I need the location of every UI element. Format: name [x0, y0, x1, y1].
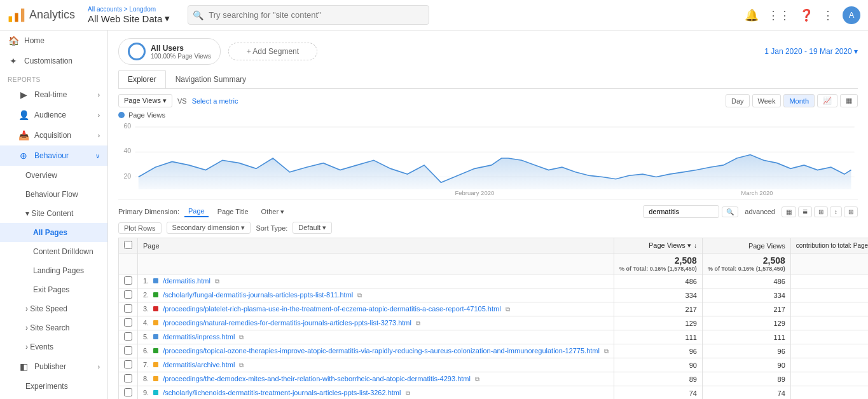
sidebar-item-publisher[interactable]: ◧ Publisher › [0, 356, 107, 377]
row-page-cell: 5. /dermatitis/inpress.html ⧉ [138, 330, 614, 344]
sidebar-item-landing-pages[interactable]: Landing Pages [0, 261, 107, 280]
page-link[interactable]: /proceedings/topical-ozone-therapies-imp… [163, 347, 600, 355]
page-link[interactable]: /proceedings/the-demodex-mites-and-their… [163, 375, 471, 382]
page-link[interactable]: /scholarly/lichenoids-dermatitis-treatme… [163, 389, 401, 396]
row-checkbox[interactable] [119, 288, 138, 302]
pivot-view-button[interactable]: ⊞ [814, 206, 828, 217]
sidebar-item-audience[interactable]: 👤 Audience › [0, 105, 107, 125]
row-checkbox[interactable] [119, 386, 138, 400]
sidebar-item-experiments[interactable]: Experiments [0, 377, 107, 396]
page-external-icon[interactable]: ⧉ [357, 292, 362, 299]
breadcrumb[interactable]: All accounts > Longdom [88, 6, 170, 13]
sort-type-label: Sort Type: [256, 224, 287, 232]
page-link[interactable]: /proceedings/platelet-rich-plasma-use-in… [163, 305, 500, 313]
dim-page-button[interactable]: Page [184, 206, 209, 217]
page-external-icon[interactable]: ⧉ [475, 375, 479, 382]
tab-navigation-summary[interactable]: Navigation Summary [166, 70, 256, 88]
avatar[interactable]: A [843, 6, 860, 24]
sidebar-label-acquisition: Acquisition [34, 131, 71, 140]
apps-icon[interactable]: ⋮⋮ [768, 8, 790, 22]
tab-explorer[interactable]: Explorer [118, 70, 166, 88]
segment-circle [128, 43, 146, 60]
dim-page-title-button[interactable]: Page Title [214, 206, 252, 217]
page-external-icon[interactable]: ⧉ [239, 334, 244, 341]
date-range-picker[interactable]: 1 Jan 2020 - 19 Mar 2020 ▾ [764, 47, 858, 56]
day-button[interactable]: Day [726, 94, 750, 107]
sidebar-item-all-pages[interactable]: All Pages [0, 223, 107, 242]
sidebar-item-behaviour-flow[interactable]: Behaviour Flow [0, 185, 107, 204]
row-checkbox[interactable] [119, 330, 138, 344]
row-pv2: 74 [702, 386, 790, 400]
sort-default-button[interactable]: Default ▾ [293, 222, 332, 234]
bar-chart-icon[interactable]: ▦ [840, 94, 858, 107]
list-view-button[interactable]: ≣ [798, 206, 812, 217]
more-view-button[interactable]: ⊞ [844, 206, 858, 217]
row-checkbox[interactable] [119, 316, 138, 330]
row-checkbox[interactable] [119, 344, 138, 358]
header-checkbox[interactable] [119, 238, 138, 254]
week-button[interactable]: Week [752, 94, 782, 107]
header-page[interactable]: Page [138, 238, 614, 254]
page-external-icon[interactable]: ⧉ [215, 278, 219, 285]
search-input[interactable] [188, 5, 429, 25]
sidebar-item-customisation[interactable]: ✦ Customisation [0, 51, 107, 71]
sidebar-item-acquisition[interactable]: 📥 Acquisition › [0, 125, 107, 145]
page-external-icon[interactable]: ⧉ [506, 306, 510, 313]
sidebar-label-experiments: Experiments [25, 382, 68, 391]
page-link[interactable]: /scholarly/fungal-dermatitis-journals-ar… [163, 291, 353, 299]
add-segment-button[interactable]: + Add Segment [228, 43, 317, 60]
row-checkbox[interactable] [119, 372, 138, 386]
sort-view-button[interactable]: ↕ [830, 206, 842, 217]
advanced-filter-button[interactable]: advanced [741, 206, 779, 217]
data-table: Page Page Views ▾ ↓ Page Views [118, 238, 868, 399]
page-link[interactable]: /proceedings/natural-remedies-for-dermat… [163, 319, 411, 327]
page-external-icon[interactable]: ⧉ [239, 362, 244, 369]
grid-view-button[interactable]: ▦ [782, 206, 796, 217]
page-link[interactable]: /dermatitis/inpress.html [163, 333, 235, 341]
secondary-dimension-button[interactable]: Secondary dimension ▾ [167, 222, 251, 234]
table-row: 1. /dermatitis.html ⧉ 486 486 19.38% [119, 274, 869, 288]
behaviour-icon: ⊕ [18, 151, 29, 161]
site-title[interactable]: All Web Site Data ▾ [88, 13, 170, 24]
month-button[interactable]: Month [783, 94, 815, 107]
page-views-metric-button[interactable]: Page Views ▾ [118, 94, 172, 107]
segment-all-users[interactable]: All Users 100.00% Page Views [118, 38, 221, 65]
sidebar-label-overview: Overview [25, 171, 57, 180]
page-link[interactable]: /dermatitis.html [163, 277, 210, 285]
sidebar-item-site-content[interactable]: ▾ Site Content [0, 204, 107, 223]
audience-icon: 👤 [18, 110, 29, 120]
sidebar-item-home[interactable]: 🏠 Home [0, 30, 107, 51]
sidebar-item-content-drilldown[interactable]: Content Drilldown [0, 242, 107, 261]
page-external-icon[interactable]: ⧉ [416, 320, 420, 327]
sidebar-item-realtime[interactable]: ▶ Real-time › [0, 85, 107, 105]
page-link[interactable]: /dermatitis/archive.html [163, 361, 235, 369]
sidebar-item-overview[interactable]: Overview [0, 166, 107, 185]
row-checkbox[interactable] [119, 302, 138, 316]
svg-text:40: 40 [123, 147, 131, 154]
sidebar-item-site-speed[interactable]: › Site Speed [0, 299, 107, 318]
header-icons: 🔔 ⋮⋮ ❓ ⋮ A [745, 6, 860, 24]
more-icon[interactable]: ⋮ [822, 8, 834, 22]
page-external-icon[interactable]: ⧉ [604, 348, 609, 355]
table-search-input[interactable] [643, 205, 719, 218]
row-checkbox[interactable] [119, 358, 138, 372]
line-chart-icon[interactable]: 📈 [817, 94, 837, 107]
select-metric-button[interactable]: Select a metric [192, 97, 238, 105]
notification-icon[interactable]: 🔔 [745, 8, 759, 22]
sidebar-item-behaviour[interactable]: ⊕ Behaviour ∨ [0, 145, 107, 166]
plot-rows-button[interactable]: Plot Rows [118, 222, 162, 234]
help-icon[interactable]: ❓ [799, 8, 813, 22]
dim-other-button[interactable]: Other ▾ [258, 206, 289, 217]
sidebar-item-events[interactable]: › Events [0, 337, 107, 356]
sidebar-item-site-search[interactable]: › Site Search [0, 318, 107, 337]
search-submit-button[interactable]: 🔍 [722, 206, 738, 217]
row-checkbox[interactable] [119, 274, 138, 288]
chevron-right-icon-4: › [98, 363, 100, 370]
header-pv1[interactable]: Page Views ▾ ↓ [614, 238, 702, 254]
sidebar-item-exit-pages[interactable]: Exit Pages [0, 280, 107, 299]
app-name: Analytics [29, 8, 75, 22]
sidebar-item-conversions[interactable]: ◎ Conversions [0, 396, 107, 399]
header-pv2[interactable]: Page Views [702, 238, 790, 254]
page-external-icon[interactable]: ⧉ [406, 389, 410, 396]
header-contrib[interactable]: contribution to total: Page Views ▾ [790, 238, 868, 254]
